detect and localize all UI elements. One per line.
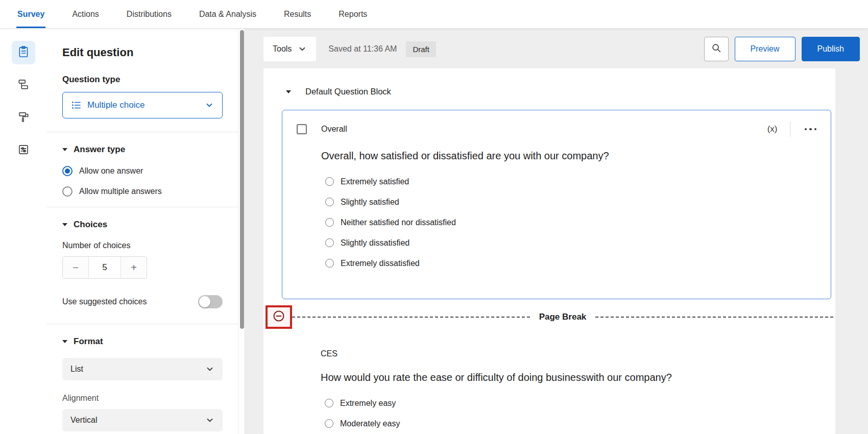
answer-options-list: Extremely satisfied Slightly satisfied N… <box>325 176 818 269</box>
tab-data-analysis[interactable]: Data & Analysis <box>199 0 256 28</box>
piped-text-icon[interactable]: (x) <box>767 124 778 134</box>
panel-title: Edit question <box>62 46 223 59</box>
rail-survey-options-button[interactable] <box>12 139 35 162</box>
radio-icon <box>325 218 334 227</box>
survey-options-icon <box>17 143 30 158</box>
tools-label: Tools <box>273 44 292 54</box>
divider <box>47 324 238 324</box>
question-type-select[interactable]: Multiple choice <box>62 92 223 118</box>
question-id-label: CES <box>321 349 337 358</box>
content-row: Edit question Question type Multiple cho… <box>0 29 868 434</box>
radio-icon <box>325 177 334 186</box>
radio-label: Allow multiple answers <box>79 187 162 196</box>
search-button[interactable] <box>704 37 729 61</box>
canvas-toolbar: Tools Saved at 11:36 AM Draft Preview Pu… <box>263 37 860 61</box>
more-options-icon[interactable] <box>803 125 819 134</box>
radio-icon <box>325 238 334 247</box>
page-break-label: Page Break <box>530 312 596 322</box>
question-card-overall[interactable]: Overall (x) Overall, how satisfied or di… <box>282 110 831 299</box>
clipboard-icon <box>17 45 30 60</box>
tab-reports[interactable]: Reports <box>339 0 367 28</box>
collapse-triangle-icon <box>62 340 67 343</box>
radio-selected-icon <box>62 166 73 176</box>
format-section-header[interactable]: Format <box>62 336 223 347</box>
question-header: CES <box>296 349 819 358</box>
remove-page-break-button[interactable] <box>266 305 292 329</box>
radio-allow-multiple-answers[interactable]: Allow multiple answers <box>62 186 223 197</box>
format-value: List <box>70 365 83 374</box>
tab-actions[interactable]: Actions <box>72 0 99 28</box>
answer-option[interactable]: Extremely easy <box>325 398 819 408</box>
collapse-triangle-icon <box>62 223 67 226</box>
alignment-select[interactable]: Vertical <box>62 409 223 431</box>
decrease-choices-button[interactable]: − <box>63 257 88 278</box>
preview-button[interactable]: Preview <box>735 37 795 61</box>
chevron-down-icon <box>205 101 214 110</box>
rail-survey-builder-button[interactable] <box>12 41 35 64</box>
question-type-label: Question type <box>62 75 223 85</box>
tab-survey[interactable]: Survey <box>17 0 44 28</box>
radio-icon <box>325 198 334 206</box>
radio-icon <box>325 259 334 268</box>
page-break-line <box>595 317 833 318</box>
question-card-ces[interactable]: CES How would you rate the ease or diffi… <box>282 337 831 434</box>
publish-button[interactable]: Publish <box>802 37 860 61</box>
choices-count-value: 5 <box>88 257 121 278</box>
question-text[interactable]: Overall, how satisfied or dissatisfied a… <box>321 150 818 162</box>
choices-label: Choices <box>74 220 107 230</box>
tab-distributions[interactable]: Distributions <box>127 0 172 28</box>
left-icon-rail <box>0 29 47 434</box>
search-icon <box>711 42 722 56</box>
toggle-knob <box>199 296 210 307</box>
saved-status-text: Saved at 11:36 AM <box>328 44 397 54</box>
radio-label: Allow one answer <box>79 166 143 176</box>
answer-option[interactable]: Extremely satisfied <box>325 176 818 187</box>
collapse-block-icon[interactable] <box>286 90 291 93</box>
radio-allow-one-answer[interactable]: Allow one answer <box>62 166 223 176</box>
format-label: Format <box>74 336 103 347</box>
chevron-down-icon <box>205 416 214 425</box>
use-suggested-choices-toggle[interactable] <box>198 295 223 308</box>
question-header-actions: (x) <box>767 122 818 137</box>
answer-option[interactable]: Extremely dissatisfied <box>325 258 818 269</box>
increase-choices-button[interactable]: + <box>121 257 147 278</box>
scrollbar-thumb[interactable] <box>240 30 244 329</box>
rail-survey-flow-button[interactable] <box>12 74 35 97</box>
tools-dropdown-button[interactable]: Tools <box>263 37 316 61</box>
divider <box>47 207 238 207</box>
rail-look-and-feel-button[interactable] <box>12 106 35 130</box>
question-type-value: Multiple choice <box>87 100 144 110</box>
survey-canvas-area: Tools Saved at 11:36 AM Draft Preview Pu… <box>245 29 868 434</box>
circle-minus-icon <box>272 309 285 325</box>
divider <box>790 122 790 137</box>
page-break-line <box>292 317 530 318</box>
paint-roller-icon <box>17 110 30 126</box>
answer-option[interactable]: Slightly dissatisfied <box>325 237 818 248</box>
answer-options-list: Extremely easy Moderately easy Slightly … <box>325 398 819 434</box>
alignment-label: Alignment <box>62 394 223 403</box>
chevron-down-icon <box>298 44 307 54</box>
survey-flow-icon <box>17 78 30 93</box>
answer-type-section-header[interactable]: Answer type <box>62 144 223 155</box>
radio-unselected-icon <box>62 186 73 197</box>
choices-section-header[interactable]: Choices <box>62 220 223 230</box>
tab-results[interactable]: Results <box>284 0 311 28</box>
collapse-triangle-icon <box>62 148 67 151</box>
radio-icon <box>325 399 333 407</box>
survey-editor-app: Survey Actions Distributions Data & Anal… <box>0 0 868 434</box>
edit-question-panel: Edit question Question type Multiple cho… <box>47 29 238 434</box>
multiple-choice-icon <box>71 100 81 110</box>
format-select[interactable]: List <box>62 358 223 380</box>
block-title: Default Question Block <box>305 87 391 97</box>
answer-type-label: Answer type <box>74 144 125 155</box>
question-checkbox[interactable] <box>297 124 307 134</box>
answer-option[interactable]: Slightly satisfied <box>325 197 818 207</box>
question-text[interactable]: How would you rate the ease or difficult… <box>321 372 819 383</box>
survey-canvas: Default Question Block Overall (x) Overa… <box>263 68 835 434</box>
toolbar-right-group: Preview Publish <box>704 37 860 61</box>
question-id-label: Overall <box>321 125 347 134</box>
panel-scrollbar[interactable] <box>238 29 245 434</box>
answer-option[interactable]: Neither satisfied nor dissatisfied <box>325 217 818 228</box>
answer-option[interactable]: Moderately easy <box>325 418 819 429</box>
number-of-choices-stepper: − 5 + <box>62 256 147 279</box>
